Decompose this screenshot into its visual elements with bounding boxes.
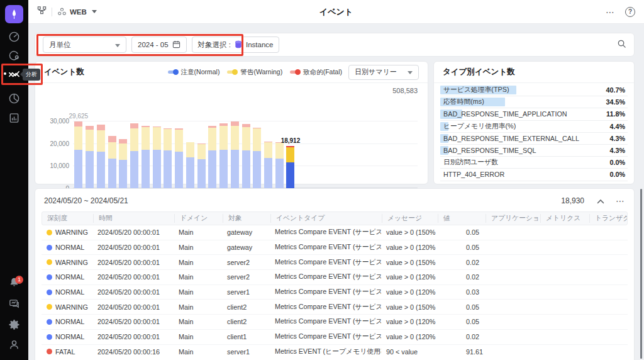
table-row[interactable]: FATAL2024/05/20 00:00:16Mainserver1Metri… xyxy=(42,345,628,357)
chart-legend: 注意(Normal)警告(Warning)致命的(Fatal) xyxy=(168,68,342,77)
table-row[interactable]: WARNING2024/05/20 00:00:01MaingatewayMet… xyxy=(42,225,628,240)
target-select-button[interactable]: 対象選択 : Instance xyxy=(192,37,280,53)
column-header[interactable]: メトリクス xyxy=(540,214,589,223)
chart-bar[interactable] xyxy=(242,124,250,188)
bar-segment xyxy=(86,151,94,188)
column-header[interactable]: トランザクション xyxy=(589,214,627,223)
table-row[interactable]: NORMAL2024/05/20 00:00:01Mainclient2Metr… xyxy=(42,315,628,330)
bar-segment xyxy=(119,139,127,143)
analysis-icon[interactable] xyxy=(8,68,21,81)
severity-label: WARNING xyxy=(55,259,88,266)
profile-icon[interactable] xyxy=(8,338,21,351)
chart-bar[interactable] xyxy=(219,123,228,188)
chart-bar[interactable] xyxy=(164,128,172,188)
settings-gear-icon[interactable] xyxy=(8,318,21,330)
column-header[interactable]: 値 xyxy=(438,214,486,223)
chart-bar[interactable] xyxy=(186,142,194,188)
collapse-chevron-icon[interactable] xyxy=(597,195,604,206)
whatap-logo[interactable] xyxy=(5,5,23,23)
column-header[interactable]: メッセージ xyxy=(382,214,438,223)
chart-bar[interactable] xyxy=(108,136,116,188)
chart-bar[interactable] xyxy=(264,142,272,188)
table-row[interactable]: WARNING2024/05/20 00:00:01Mainclient2Met… xyxy=(42,300,628,315)
period-select[interactable]: 月単位 xyxy=(43,37,126,53)
table-cell-type: Metrics Compare EVENT (サービス処理率(T... xyxy=(270,273,381,281)
period-select-value: 月単位 xyxy=(49,40,71,50)
legend-item[interactable]: 致命的(Fatal) xyxy=(290,68,342,77)
table-row[interactable]: WARNING2024/05/20 00:00:01Mainserver2Met… xyxy=(42,255,628,270)
severity-dot xyxy=(47,319,52,325)
type-row[interactable]: ヒープメモリ使用率(%)4.4% xyxy=(440,121,628,133)
table-row[interactable]: NORMAL2024/05/20 00:00:01Mainserver1Metr… xyxy=(42,285,628,300)
column-header[interactable]: 対象 xyxy=(223,214,270,223)
chart-bar[interactable] xyxy=(275,142,284,188)
severity-dot xyxy=(47,349,52,354)
legend-item[interactable]: 警告(Warning) xyxy=(227,68,282,77)
table-cell-severity: NORMAL xyxy=(42,288,92,296)
table-row[interactable]: NORMAL2024/05/20 00:00:01Mainclient1Metr… xyxy=(42,330,628,345)
legend-item[interactable]: 注意(Normal) xyxy=(168,68,220,77)
bar-segment xyxy=(130,151,138,188)
sidebar: 1 xyxy=(0,0,28,360)
type-row[interactable]: BAD_RESPONSE_TIME_APPLICATION11.8% xyxy=(440,108,628,120)
bar-segment xyxy=(208,128,216,150)
column-header[interactable]: 時間 xyxy=(93,214,174,223)
page-scrollbar[interactable] xyxy=(640,189,642,359)
events-date-range: 2024/05/20 ~ 2024/05/21 xyxy=(44,196,128,205)
chart-bar[interactable] xyxy=(119,139,127,188)
chart-bar[interactable] xyxy=(253,128,261,188)
feedback-chat-icon[interactable] xyxy=(8,297,21,310)
column-header[interactable]: イベントタイプ xyxy=(270,214,382,223)
type-row[interactable]: BAD_RESPONSE_TIME_EXTERNAL_CALL4.3% xyxy=(440,133,628,145)
monitor-settings-icon[interactable] xyxy=(8,49,21,62)
legend-marker-dot xyxy=(295,69,301,75)
type-row[interactable]: BAD_RESPONSE_TIME_SQL4.3% xyxy=(440,145,628,157)
chart-bar[interactable] xyxy=(286,146,294,188)
bar-segment xyxy=(175,152,183,189)
report-icon[interactable] xyxy=(8,111,21,124)
type-row[interactable]: 応答時間(ms)34.5% xyxy=(440,96,628,108)
type-row[interactable]: サービス処理率(TPS)40.7% xyxy=(440,84,628,96)
column-header[interactable]: 深刻度 xyxy=(42,214,93,223)
type-row[interactable]: HTTP_404_ERROR0.0% xyxy=(440,169,628,181)
type-row[interactable]: 日別訪問ユーザ数0.0% xyxy=(440,157,628,169)
table-cell-time: 2024/05/20 00:00:01 xyxy=(92,244,174,251)
target-select-value: Instance xyxy=(246,41,273,48)
column-header[interactable]: ドメイン xyxy=(174,214,223,223)
chart-bar[interactable] xyxy=(86,126,94,188)
table-more-icon[interactable]: ⋯ xyxy=(616,198,625,204)
summary-select[interactable]: 日別サマリー xyxy=(348,65,419,80)
search-icon[interactable] xyxy=(617,39,626,51)
help-icon[interactable]: ? xyxy=(625,7,635,17)
period-caret-icon xyxy=(115,44,120,50)
bar-segment xyxy=(108,159,116,188)
chart-bar[interactable] xyxy=(197,143,206,188)
bar-segment xyxy=(97,130,105,152)
chart-bar[interactable] xyxy=(142,126,150,188)
chart-bar[interactable] xyxy=(231,121,239,188)
chart-bar[interactable] xyxy=(97,125,105,188)
bar-segment xyxy=(164,129,172,150)
chart-bar[interactable] xyxy=(153,127,161,188)
chart-bar[interactable] xyxy=(208,126,216,188)
table-cell-target: server1 xyxy=(222,348,270,356)
month-picker[interactable]: 2024 - 05 xyxy=(131,37,187,53)
table-row[interactable]: NORMAL2024/05/20 00:00:01Mainserver2Metr… xyxy=(42,270,628,285)
bar-value-label: 18,912 xyxy=(281,137,301,144)
table-cell-message: value > 0 (120% of ... xyxy=(381,273,437,281)
table-cell-target: gateway xyxy=(222,244,270,251)
column-header[interactable]: アプリケーション名 xyxy=(486,214,540,223)
table-cell-type: Metrics Compare EVENT (サービス処理率(T... xyxy=(270,243,381,252)
chart-bar[interactable] xyxy=(130,123,138,188)
header-more-icon[interactable]: ⋯ xyxy=(606,9,615,15)
pie-chart-icon[interactable] xyxy=(8,92,21,104)
dashboard-gauge-icon[interactable] xyxy=(8,30,21,43)
chart-bar[interactable] xyxy=(175,128,183,188)
table-row[interactable]: NORMAL2024/05/20 00:00:01MaingatewayMetr… xyxy=(42,240,628,256)
table-cell-value: 0.02 xyxy=(437,333,485,340)
chart-bar[interactable] xyxy=(74,121,82,188)
bar-segment xyxy=(108,136,116,142)
table-cell-domain: Main xyxy=(174,333,222,340)
table-cell-value: 91.61 xyxy=(437,348,485,356)
type-row-percent: 0.0% xyxy=(609,171,628,178)
